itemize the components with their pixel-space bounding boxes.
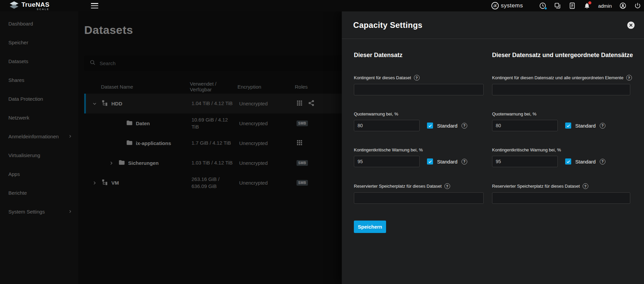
column-dataset-and-children: Dieser Datensatz und untergeordnete Date… <box>492 47 630 233</box>
section-header: Dieser Datensatz <box>354 52 484 59</box>
quota-dataset-children-input[interactable] <box>492 84 630 95</box>
status-dot <box>544 7 547 10</box>
notification-badge <box>588 1 592 5</box>
truecommand-status-icon[interactable] <box>539 2 546 9</box>
help-icon[interactable]: ? <box>414 75 420 81</box>
app-shell: Dashboard Speicher Datasets Shares Data … <box>0 11 644 284</box>
admin-user-label[interactable]: admin <box>598 3 612 9</box>
help-icon[interactable]: ? <box>583 183 588 189</box>
help-icon[interactable]: ? <box>600 159 605 164</box>
notifications-bell-icon[interactable] <box>583 2 591 9</box>
checkbox-checked-icon[interactable] <box>565 158 571 164</box>
help-icon[interactable]: ? <box>626 75 632 81</box>
help-icon[interactable]: ? <box>600 123 605 129</box>
help-icon[interactable]: ? <box>462 123 467 129</box>
account-icon[interactable] <box>619 2 627 9</box>
field-quota-critical-children: Kontingentkritische Warnung bei, % Stand… <box>492 147 630 167</box>
truenas-logo-icon <box>9 1 19 10</box>
ix-circle-icon: iX <box>491 2 499 9</box>
close-icon[interactable] <box>627 21 635 30</box>
checkbox-checked-icon[interactable] <box>565 123 571 129</box>
reserved-space-input[interactable] <box>354 192 484 204</box>
quota-critical-input[interactable] <box>354 156 420 167</box>
field-quota-dataset: Kontingent für dieses Dataset ? <box>354 75 484 95</box>
save-button[interactable]: Speichern <box>354 221 386 233</box>
help-icon[interactable]: ? <box>462 159 467 164</box>
section-header: Dieser Datensatz und untergeordnete Date… <box>492 52 630 59</box>
power-icon[interactable] <box>634 2 641 9</box>
jobs-list-icon[interactable] <box>569 2 576 9</box>
field-reserved-space: Reservierter Speicherplatz für dieses Da… <box>354 183 484 204</box>
field-quota-warning-children: Quotenwarnung bei, % Standard ? <box>492 111 630 131</box>
quota-critical-children-input[interactable] <box>492 156 558 167</box>
quota-warning-input[interactable] <box>354 120 420 131</box>
quota-warning-children-input[interactable] <box>492 120 558 131</box>
field-quota-critical: Kontingentkritische Warnung bei, % Stand… <box>354 147 484 167</box>
brand-sub: SCALE <box>37 8 50 10</box>
ixsystems-logo: iX systems <box>491 2 523 9</box>
panel-title: Capacity Settings <box>353 20 423 30</box>
capacity-settings-panel: Capacity Settings Dieser Datensatz Konti… <box>342 11 644 284</box>
field-quota-dataset-children: Kontingent für diesen Datensatz und alle… <box>492 75 630 95</box>
reserved-space-children-input[interactable] <box>492 192 630 204</box>
truenas-logo[interactable]: TrueNAS SCALE <box>0 1 78 10</box>
topbar: TrueNAS SCALE iX systems <box>0 0 644 11</box>
field-quota-warning: Quotenwarnung bei, % Standard ? <box>354 111 484 131</box>
panel-header: Capacity Settings <box>342 11 644 39</box>
column-this-dataset: Dieser Datensatz Kontingent für dieses D… <box>354 47 484 233</box>
checkbox-checked-icon[interactable] <box>427 158 433 164</box>
menu-toggle-icon[interactable] <box>91 3 98 8</box>
checkbox-checked-icon[interactable] <box>427 123 433 129</box>
field-reserved-space-children: Reservierter Speicherplatz für dieses Da… <box>492 183 630 204</box>
checkin-layers-icon[interactable] <box>554 2 561 9</box>
brand-name: TrueNAS <box>21 1 50 8</box>
panel-body: Dieser Datensatz Kontingent für dieses D… <box>342 39 644 233</box>
help-icon[interactable]: ? <box>444 183 450 189</box>
quota-dataset-input[interactable] <box>354 84 484 95</box>
